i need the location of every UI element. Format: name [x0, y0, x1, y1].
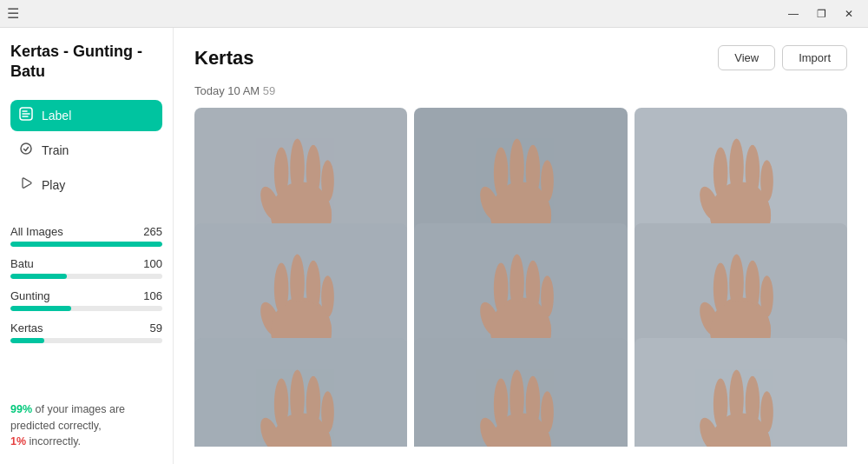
view-button[interactable]: View [718, 45, 775, 70]
stat-label: Batu [10, 257, 34, 270]
hand-image [414, 338, 627, 447]
stat-bar [10, 242, 162, 247]
label-nav-text: Label [42, 109, 71, 123]
hand-image [194, 338, 407, 447]
app-title: Kertas - Gunting - Batu [10, 42, 162, 83]
image-grid: Kertas Kertas [194, 108, 847, 447]
section-time: Today 10 AM [194, 84, 260, 97]
close-button[interactable]: ✕ [837, 4, 861, 23]
sidebar-item-play[interactable]: Play [10, 169, 162, 201]
stat-count: 59 [150, 321, 162, 335]
sidebar-nav: Label Train Play [10, 100, 162, 204]
sidebar-item-train[interactable]: Train [10, 135, 162, 166]
svg-point-1 [21, 143, 31, 154]
page-title: Kertas [194, 47, 253, 70]
play-nav-text: Play [42, 178, 65, 192]
footer-text-2: incorrectly. [26, 435, 81, 447]
stat-item-batu: Batu 100 [10, 257, 162, 279]
restore-button[interactable]: ❐ [809, 4, 833, 23]
stat-item-all-images: All Images 265 [10, 225, 162, 247]
stat-label: Kertas [10, 321, 43, 335]
image-card[interactable]: Kertas [414, 338, 627, 447]
image-card[interactable]: Kertas [194, 338, 407, 447]
stat-item-gunting: Gunting 106 [10, 289, 162, 311]
hand-image [635, 338, 847, 447]
stats-section: All Images 265 Batu 100 Gunting 106 [10, 225, 162, 354]
sidebar-footer: 99% of your images are predicted correct… [10, 401, 162, 450]
label-icon [19, 107, 33, 124]
app-body: Kertas - Gunting - Batu Label [0, 28, 868, 464]
stat-label: Gunting [10, 289, 50, 302]
main-content: Kertas View Import Today 10 AM 59 [174, 28, 868, 464]
stat-item-kertas: Kertas 59 [10, 321, 162, 343]
image-card[interactable]: Kertas [635, 338, 847, 447]
stat-bar-bg [10, 338, 162, 343]
stat-bar [10, 306, 71, 311]
section-count: 59 [263, 84, 275, 97]
stat-bar [10, 338, 44, 343]
stat-bar-bg [10, 306, 162, 311]
stat-label: All Images [10, 225, 63, 238]
section-label: Today 10 AM 59 [194, 84, 847, 97]
sidebar-item-label[interactable]: Label [10, 100, 162, 131]
incorrect-pct: 1% [10, 435, 26, 447]
stat-bar-bg [10, 242, 162, 247]
stat-bar [10, 274, 67, 279]
main-header: Kertas View Import [194, 45, 847, 70]
window-controls: — ❐ ✕ [781, 4, 861, 23]
train-icon [19, 142, 33, 159]
minimize-button[interactable]: — [781, 4, 806, 23]
header-buttons: View Import [718, 45, 847, 70]
sidebar: Kertas - Gunting - Batu Label [0, 28, 174, 464]
stat-count: 100 [143, 257, 162, 270]
stat-count: 265 [143, 225, 162, 238]
stat-count: 106 [143, 289, 162, 302]
menu-icon[interactable]: ☰ [7, 5, 19, 22]
import-button[interactable]: Import [782, 45, 847, 70]
play-icon [19, 176, 33, 194]
stat-bar-bg [10, 274, 162, 279]
correct-pct: 99% [10, 403, 32, 415]
titlebar: ☰ — ❐ ✕ [0, 0, 868, 28]
train-nav-text: Train [42, 143, 69, 157]
